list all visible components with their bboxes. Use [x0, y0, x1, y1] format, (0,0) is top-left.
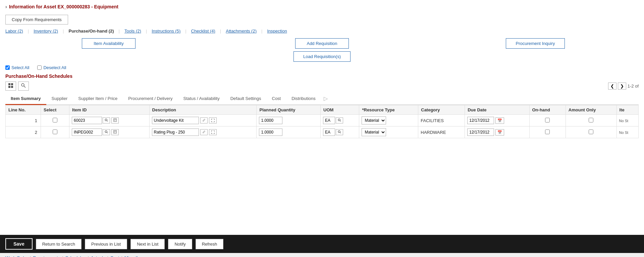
return-to-search-button[interactable]: Return to Search: [36, 239, 82, 249]
row-2-select-checkbox[interactable]: [53, 130, 57, 134]
more-tabs-icon[interactable]: ▷: [321, 93, 330, 104]
uom-input-group-1: [323, 117, 357, 124]
cell-uom-2: [321, 126, 359, 138]
item-id-detail-button-2[interactable]: [111, 129, 119, 135]
sub-tab-cost[interactable]: Cost: [267, 93, 286, 104]
uom-input-1[interactable]: [323, 117, 335, 124]
bottom-nav-actuals[interactable]: Actuals: [91, 255, 105, 257]
sub-tab-item-summary[interactable]: Item Summary: [5, 93, 46, 105]
item-id-detail-button-1[interactable]: [111, 117, 119, 123]
refresh-button[interactable]: Refresh: [196, 239, 224, 249]
row-1-select-checkbox[interactable]: [53, 118, 57, 122]
table-toolbar: ❮ ❯ 1-2 of: [5, 82, 639, 91]
uom-search-button-1[interactable]: [336, 117, 343, 123]
due-date-input-1[interactable]: [467, 117, 494, 124]
detail-icon: [113, 130, 117, 134]
sub-tab-procurement-delivery[interactable]: Procurement / Delivery: [123, 93, 178, 104]
on-hand-checkbox-2[interactable]: [545, 130, 550, 134]
tab-instructions[interactable]: Instructions (5): [152, 29, 185, 34]
svg-line-5: [24, 86, 25, 88]
svg-rect-17: [114, 131, 116, 133]
table-container: Line No. Select Item ID Description Plan…: [5, 105, 639, 138]
description-input-2[interactable]: [152, 128, 199, 136]
tab-attachments[interactable]: Attachments (2): [226, 29, 261, 34]
amount-only-checkbox-2[interactable]: [589, 130, 593, 134]
search-icon: [105, 118, 108, 122]
tab-tools[interactable]: Tools (2): [124, 29, 146, 34]
previous-in-list-button[interactable]: Previous in List: [85, 239, 127, 249]
item-id-search-button-1[interactable]: [103, 117, 110, 123]
pagination-next-button[interactable]: ❯: [618, 83, 626, 90]
cell-select-2: [41, 126, 69, 138]
search-icon: [338, 118, 341, 122]
tab-inventory[interactable]: Inventory (2): [34, 29, 63, 34]
tab-labor[interactable]: Labor (2): [5, 29, 28, 34]
sub-tab-distributions[interactable]: Distributions: [286, 93, 321, 104]
bottom-nav-requirements[interactable]: Requirements: [33, 255, 60, 257]
select-all-label[interactable]: Select All: [5, 65, 29, 70]
resource-type-select-1[interactable]: Material Labor: [362, 116, 386, 124]
select-all-checkbox[interactable]: [5, 65, 10, 70]
planned-qty-input-1[interactable]: [259, 117, 282, 124]
deselect-all-label[interactable]: Deselect All: [37, 65, 66, 70]
resource-type-select-2[interactable]: Material Labor: [362, 128, 386, 136]
save-button[interactable]: Save: [5, 238, 33, 250]
uom-input-group-2: [323, 128, 357, 136]
page-title: Information for Asset EX_000000283 - Equ…: [9, 4, 118, 9]
sub-tab-status-availability[interactable]: Status / Availability: [178, 93, 225, 104]
copy-from-requirements-button[interactable]: Copy From Requirements: [5, 15, 68, 24]
item-id-input-1[interactable]: [72, 117, 102, 124]
bottom-nav-miscellaneous[interactable]: Miscellaneous: [124, 255, 152, 257]
search-filter-button[interactable]: [18, 82, 29, 91]
description-expand-button-1[interactable]: ⛶: [209, 117, 217, 123]
amount-only-checkbox-1[interactable]: [589, 118, 593, 122]
svg-point-6: [105, 119, 107, 121]
item-availability-button[interactable]: Item Availability: [82, 38, 136, 49]
col-on-hand: On-hand: [529, 105, 566, 115]
svg-rect-20: [202, 130, 206, 134]
deselect-all-checkbox[interactable]: [37, 65, 42, 70]
description-input-group-1: ⛶: [152, 117, 254, 124]
on-hand-checkbox-1[interactable]: [545, 118, 550, 122]
uom-search-button-2[interactable]: [336, 129, 343, 135]
next-in-list-button[interactable]: Next in List: [130, 239, 165, 249]
sub-tab-supplier-item-price[interactable]: Supplier Item / Price: [73, 93, 123, 104]
notify-button[interactable]: Notify: [168, 239, 192, 249]
tab-inspection[interactable]: Inspection: [267, 29, 291, 34]
bottom-nav-cost[interactable]: Cost: [110, 255, 119, 257]
pagination-prev-button[interactable]: ❮: [608, 83, 616, 90]
sub-tab-default-settings[interactable]: Default Settings: [225, 93, 267, 104]
load-requisitions-button[interactable]: Load Requisition(s): [293, 51, 351, 62]
item-id-search-button-2[interactable]: [103, 129, 110, 135]
item-id-input-2[interactable]: [72, 128, 102, 136]
col-uom: UOM: [321, 105, 359, 115]
due-date-calendar-button-2[interactable]: 📅: [495, 129, 504, 136]
copy-btn-row: Copy From Requirements: [5, 15, 639, 24]
grid-view-button[interactable]: [5, 82, 16, 91]
purchase-onhand-table: Line No. Select Item ID Description Plan…: [5, 105, 639, 138]
bottom-nav-schedules[interactable]: Schedules: [65, 255, 86, 257]
cell-category-2: HARDWARE: [418, 126, 465, 138]
planned-qty-input-2[interactable]: [259, 128, 282, 136]
description-input-1[interactable]: [152, 117, 199, 124]
description-expand-button-2[interactable]: ⛶: [209, 129, 217, 135]
category-value-2: HARDWARE: [421, 130, 446, 135]
uom-input-2[interactable]: [323, 128, 335, 136]
sub-tab-supplier[interactable]: Supplier: [46, 93, 73, 104]
due-date-input-2[interactable]: [467, 128, 494, 136]
tab-checklist[interactable]: Checklist (4): [191, 29, 220, 34]
col-planned-qty: Planned Quantity: [257, 105, 321, 115]
procurement-inquiry-button[interactable]: Procurement Inquiry: [506, 38, 565, 49]
due-date-calendar-button-1[interactable]: 📅: [495, 117, 504, 124]
svg-rect-1: [11, 83, 13, 85]
tab-purchase-onhand[interactable]: Purchase/On-hand (2): [69, 29, 119, 34]
col-amount-only: Amount Only: [566, 105, 616, 115]
description-edit-button-2[interactable]: [200, 129, 208, 135]
cell-due-date-2: 📅: [465, 126, 529, 138]
description-edit-button-1[interactable]: [200, 117, 208, 123]
add-requisition-button[interactable]: Add Requisition: [295, 38, 349, 49]
svg-rect-8: [114, 119, 116, 121]
bottom-nav-work-order[interactable]: Work Order: [5, 255, 28, 257]
description-input-group-2: ⛶: [152, 128, 254, 136]
svg-line-23: [340, 133, 341, 134]
